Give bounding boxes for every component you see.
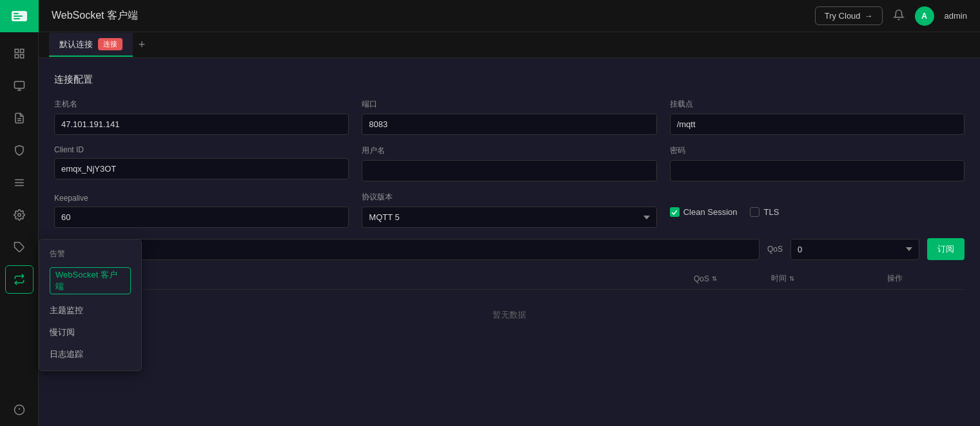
col-action-label: 操作 [887, 273, 903, 284]
dropdown-item-slow-sub[interactable]: 慢订阅 [39, 321, 141, 343]
protocol-label: 协议版本 [362, 192, 656, 203]
header: WebSocket 客户端 Try Cloud → A admin [39, 0, 980, 32]
clean-session-label: Clean Session [683, 207, 738, 217]
svg-rect-7 [20, 55, 23, 58]
dropdown-item-websocket[interactable]: WebSocket 客户端 [39, 262, 141, 299]
dropdown-slow-label: 慢订阅 [50, 327, 75, 338]
hostname-input[interactable] [54, 114, 349, 135]
username-input[interactable] [362, 160, 656, 181]
admin-name[interactable]: admin [945, 11, 967, 21]
svg-rect-3 [14, 18, 20, 19]
client-id-input[interactable] [54, 158, 349, 179]
dropdown-websocket-label: WebSocket 客户端 [50, 267, 131, 294]
sidebar [0, 0, 39, 426]
dropdown-item-log-trace[interactable]: 日志追踪 [39, 343, 141, 365]
time-sort-icon: ⇅ [789, 275, 794, 282]
svg-rect-8 [14, 81, 24, 88]
password-input[interactable] [670, 160, 965, 181]
port-label: 端口 [362, 99, 656, 110]
table-header: 主题 QoS ⇅ 时间 ⇅ 操作 [54, 268, 965, 290]
try-cloud-button[interactable]: Try Cloud → [815, 6, 883, 25]
nav-dropdown: 告警 WebSocket 客户端 主题监控 慢订阅 日志追踪 [39, 239, 142, 371]
try-cloud-arrow: → [865, 11, 873, 21]
col-qos[interactable]: QoS ⇅ [694, 273, 771, 284]
page-title: WebSocket 客户端 [52, 9, 138, 23]
tls-group[interactable]: TLS [750, 207, 779, 223]
protocol-select[interactable]: MQTT 3.1 MQTT 3.1.1 MQTT 5 [362, 207, 656, 228]
table-empty: 暂无数据 [54, 290, 965, 340]
protocol-group: 协议版本 MQTT 3.1 MQTT 3.1.1 MQTT 5 [362, 192, 656, 228]
checkbox-row: Clean Session TLS [670, 207, 965, 228]
notification-icon[interactable] [893, 9, 905, 23]
subscribe-button[interactable]: 订阅 [927, 238, 965, 260]
mount-label: 挂载点 [670, 99, 965, 110]
client-id-label: Client ID [54, 145, 349, 154]
subscribe-section: QoS 0 1 2 订阅 主题 QoS ⇅ [39, 238, 980, 340]
qos-select-wrap: 0 1 2 [790, 239, 919, 260]
col-time-label: 时间 [771, 273, 787, 284]
svg-point-16 [17, 214, 21, 217]
sidebar-item-websocket[interactable] [5, 265, 34, 294]
form-row-3: Keepalive 协议版本 MQTT 3.1 MQTT 3.1.1 MQTT … [54, 192, 965, 228]
logo[interactable] [0, 0, 39, 32]
tls-checkbox[interactable] [750, 207, 760, 217]
keepalive-label: Keepalive [54, 194, 349, 203]
main-content: WebSocket 客户端 Try Cloud → A admin 默认连接 连… [39, 0, 980, 426]
keepalive-group: Keepalive [54, 194, 349, 228]
mount-group: 挂载点 [670, 99, 965, 135]
sidebar-item-management[interactable] [5, 168, 34, 197]
port-group: 端口 [362, 99, 656, 135]
try-cloud-label: Try Cloud [825, 11, 861, 21]
col-action: 操作 [887, 273, 965, 284]
svg-rect-5 [20, 49, 23, 52]
form-row-2: Client ID 用户名 密码 [54, 145, 965, 181]
mount-input[interactable] [670, 114, 965, 135]
dropdown-title: 告警 [39, 245, 141, 262]
header-right: Try Cloud → A admin [815, 6, 967, 26]
avatar[interactable]: A [915, 6, 934, 26]
clean-session-checkbox[interactable] [670, 207, 680, 217]
keepalive-input[interactable] [54, 207, 349, 228]
content-area: 默认连接 连接 + 连接配置 主机名 端口 挂载点 [39, 32, 980, 426]
col-topic: 主题 [54, 273, 694, 284]
svg-rect-1 [14, 13, 19, 14]
dropdown-log-label: 日志追踪 [50, 349, 83, 360]
hostname-group: 主机名 [54, 99, 349, 135]
sidebar-item-dashboard[interactable] [5, 39, 34, 68]
empty-text: 暂无数据 [493, 310, 526, 320]
form-row-1: 主机名 端口 挂载点 [54, 99, 965, 135]
connect-badge[interactable]: 连接 [98, 38, 122, 50]
topic-input[interactable] [54, 239, 760, 260]
svg-rect-2 [14, 15, 23, 17]
username-group: 用户名 [362, 145, 656, 181]
qos-sort-icon: ⇅ [712, 275, 717, 282]
tab-add-button[interactable]: + [133, 36, 151, 54]
password-group: 密码 [670, 145, 965, 181]
sidebar-item-settings[interactable] [5, 201, 34, 229]
clean-session-group[interactable]: Clean Session [670, 207, 738, 223]
port-input[interactable] [362, 114, 656, 135]
tls-label: TLS [763, 207, 779, 217]
hostname-label: 主机名 [54, 99, 349, 110]
col-time[interactable]: 时间 ⇅ [771, 273, 887, 284]
tab-bar: 默认连接 连接 + [39, 32, 980, 58]
publish-section: 发布 [39, 345, 980, 358]
username-label: 用户名 [362, 145, 656, 156]
connection-config-title: 连接配置 [54, 74, 965, 86]
sidebar-item-monitor[interactable] [5, 72, 34, 100]
password-label: 密码 [670, 145, 965, 156]
connection-config-section: 连接配置 主机名 端口 挂载点 Client ID [39, 58, 980, 228]
tab-default-connection[interactable]: 默认连接 连接 [49, 33, 133, 57]
dropdown-item-topic-monitor[interactable]: 主题监控 [39, 299, 141, 321]
svg-rect-4 [15, 49, 18, 52]
subscribe-row: QoS 0 1 2 订阅 [54, 238, 965, 260]
dropdown-topic-label: 主题监控 [50, 305, 83, 316]
sidebar-item-security[interactable] [5, 136, 34, 165]
tab-default-label: 默认连接 [59, 39, 93, 50]
qos-select[interactable]: 0 1 2 [790, 239, 919, 260]
sidebar-item-extensions[interactable] [5, 233, 34, 261]
col-qos-label: QoS [694, 274, 709, 283]
svg-rect-6 [15, 55, 18, 58]
sidebar-item-about[interactable] [5, 396, 34, 424]
sidebar-item-rules[interactable] [5, 104, 34, 132]
